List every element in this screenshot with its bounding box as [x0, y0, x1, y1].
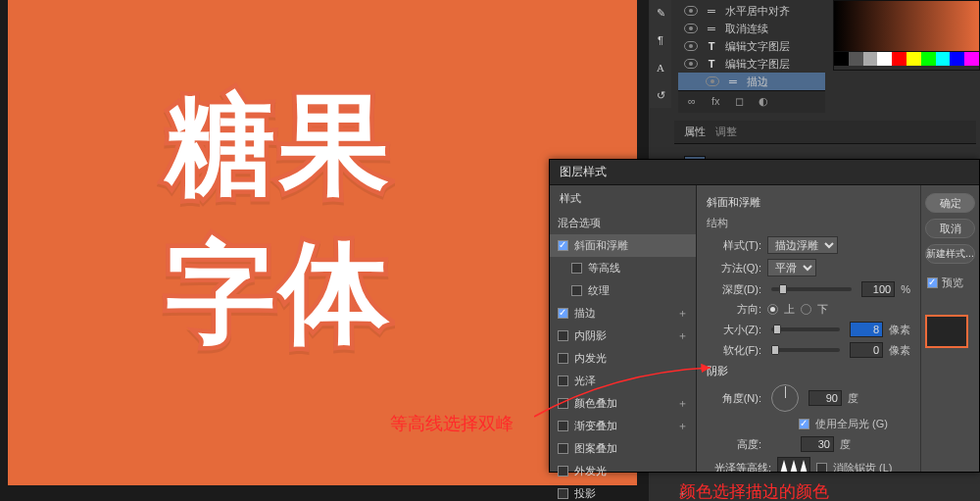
link-icon[interactable]: ∞: [688, 95, 702, 109]
checkbox[interactable]: [558, 398, 568, 409]
gloss-contour[interactable]: [777, 457, 810, 472]
technique-select[interactable]: 平滑: [767, 259, 816, 276]
item-grad-overlay[interactable]: 渐变叠加＋: [550, 415, 696, 437]
layer-label: 水平居中对齐: [725, 4, 790, 19]
plus-icon[interactable]: ＋: [677, 306, 688, 321]
annotation-contour-text: 等高线选择双峰: [390, 412, 514, 435]
plus-icon[interactable]: ＋: [677, 328, 688, 343]
layer-type-icon: T: [704, 58, 719, 70]
dialog-title[interactable]: 图层样式: [550, 160, 979, 185]
item-texture[interactable]: 纹理: [550, 279, 696, 302]
soft-slider[interactable]: [771, 348, 840, 352]
dir-up-radio[interactable]: [767, 304, 778, 315]
depth-label: 深度(D):: [707, 282, 761, 297]
antialias-checkbox[interactable]: [816, 463, 827, 473]
adjust-icon[interactable]: ◐: [759, 95, 772, 109]
checkbox[interactable]: [571, 263, 582, 274]
item-pat-overlay[interactable]: 图案叠加: [550, 437, 696, 460]
candy-text-layer[interactable]: 糖果字体: [166, 71, 480, 367]
new-style-button[interactable]: 新建样式...: [925, 244, 975, 264]
size-slider[interactable]: [771, 327, 840, 331]
color-panel[interactable]: [833, 0, 980, 71]
visibility-icon[interactable]: [684, 24, 698, 33]
checkbox[interactable]: [558, 421, 568, 431]
visibility-icon[interactable]: [684, 6, 698, 16]
item-color-overlay[interactable]: 颜色叠加＋: [550, 392, 696, 415]
size-value[interactable]: 8: [850, 322, 883, 337]
item-bevel[interactable]: 斜面和浮雕: [550, 234, 696, 257]
section-structure: 结构: [707, 216, 910, 230]
fx-icon[interactable]: fx: [711, 95, 725, 109]
history-icon[interactable]: ↺: [652, 86, 669, 104]
item-satin[interactable]: 光泽: [550, 370, 696, 392]
checkbox[interactable]: [558, 330, 568, 341]
dialog-left-head: 样式: [550, 185, 696, 212]
ok-button[interactable]: 确定: [925, 193, 975, 213]
checkbox[interactable]: [558, 308, 568, 319]
checkbox[interactable]: [558, 443, 568, 454]
dialog-settings: 斜面和浮雕 结构 样式(T): 描边浮雕 方法(Q): 平滑 深度(D): 10…: [697, 185, 920, 472]
layer-style-dialog[interactable]: 图层样式 样式 混合选项 斜面和浮雕 等高线 纹理 描边＋ 内阴影＋ 内发光 光…: [549, 159, 980, 473]
technique-label: 方法(Q):: [707, 261, 761, 276]
checkbox[interactable]: [571, 285, 582, 296]
style-label: 样式(T):: [707, 238, 761, 253]
checkbox[interactable]: [558, 240, 568, 251]
glyph-icon[interactable]: ¶: [652, 31, 669, 49]
vertical-toolbar: ✎ ¶ A ↺: [650, 0, 671, 108]
angle-dial[interactable]: [771, 384, 799, 412]
artboard[interactable]: 糖果字体: [8, 0, 637, 485]
layer-row[interactable]: T 编辑文字图层: [678, 55, 825, 73]
dir-down-radio[interactable]: [801, 304, 811, 315]
annotation-color-text: 颜色选择描边的颜色: [679, 480, 829, 501]
layer-label: 编辑文字图层: [725, 57, 790, 72]
layer-label: 编辑文字图层: [725, 39, 790, 54]
checkbox[interactable]: [558, 466, 568, 476]
panel-tabs: 属性 调整: [674, 121, 976, 144]
visibility-icon[interactable]: [684, 41, 698, 51]
depth-value[interactable]: 100: [861, 281, 895, 297]
layer-row[interactable]: T 编辑文字图层: [678, 37, 825, 55]
global-light-label: 使用全局光 (G): [815, 417, 888, 431]
direction-label: 方向:: [707, 302, 761, 317]
cancel-button[interactable]: 取消: [925, 219, 975, 238]
tab-adjust[interactable]: 调整: [715, 125, 737, 139]
layer-row[interactable]: ═ 水平居中对齐: [678, 2, 825, 20]
item-outer-glow[interactable]: 外发光: [550, 460, 696, 482]
checkbox[interactable]: [558, 353, 568, 364]
item-inner-glow[interactable]: 内发光: [550, 347, 696, 370]
item-drop-shadow[interactable]: 投影＋: [550, 482, 696, 501]
layers-list: ═ 水平居中对齐 ═ 取消连续 T 编辑文字图层 T 编辑文字图层 ═ 描边 ∞…: [674, 0, 829, 115]
color-strip[interactable]: [834, 52, 979, 66]
style-select[interactable]: 描边浮雕: [767, 236, 838, 254]
plus-icon[interactable]: ＋: [677, 419, 688, 433]
item-blend[interactable]: 混合选项: [550, 212, 696, 234]
preview-checkbox[interactable]: [927, 277, 938, 288]
altitude-label: 高度:: [707, 437, 761, 452]
visibility-icon[interactable]: [684, 59, 698, 69]
layer-type-icon: ═: [725, 75, 741, 87]
layers-bottom-bar: ∞ fx ◻ ◐: [678, 90, 825, 113]
depth-slider[interactable]: [771, 287, 852, 291]
altitude-value[interactable]: 30: [801, 436, 834, 452]
char-icon[interactable]: A: [652, 59, 669, 76]
size-label: 大小(Z):: [707, 323, 761, 337]
global-light-checkbox[interactable]: [799, 419, 809, 429]
tab-properties[interactable]: 属性: [684, 125, 706, 139]
checkbox[interactable]: [558, 376, 568, 386]
item-contour[interactable]: 等高线: [550, 257, 696, 279]
visibility-icon[interactable]: [706, 76, 719, 86]
item-inner-shadow[interactable]: 内阴影＋: [550, 325, 696, 347]
dialog-effects-list: 样式 混合选项 斜面和浮雕 等高线 纹理 描边＋ 内阴影＋ 内发光 光泽 颜色叠…: [550, 185, 697, 472]
layer-row[interactable]: ═ 取消连续: [678, 20, 825, 37]
section-shadow: 阴影: [707, 364, 910, 378]
soft-value[interactable]: 0: [850, 342, 883, 358]
angle-value[interactable]: 90: [808, 390, 842, 406]
color-gradient[interactable]: [834, 1, 979, 52]
plus-icon[interactable]: ＋: [677, 396, 688, 411]
item-stroke[interactable]: 描边＋: [550, 302, 696, 325]
checkbox[interactable]: [558, 488, 568, 499]
layer-row-stroke[interactable]: ═ 描边: [678, 73, 825, 90]
mask-icon[interactable]: ◻: [735, 95, 749, 109]
layer-type-icon: T: [704, 40, 719, 52]
brush-icon[interactable]: ✎: [652, 4, 669, 22]
